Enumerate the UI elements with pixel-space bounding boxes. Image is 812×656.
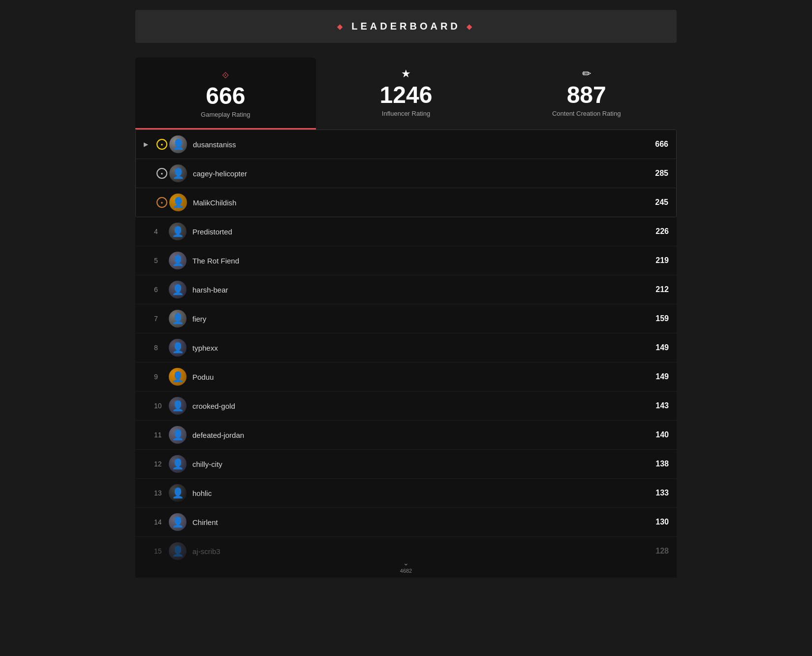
rank-number: 13 (154, 489, 169, 497)
avatar: 👤 (169, 223, 187, 240)
content-rating-card[interactable]: ✏ 887 Content Creation Rating (496, 58, 677, 130)
table-row[interactable]: 10 👤 crooked-gold 143 (135, 392, 677, 421)
content-rating-value: 887 (501, 83, 672, 107)
gameplay-rating-card[interactable]: ⟐ 666 Gameplay Rating (135, 58, 316, 130)
player-name: defeated-jordan (192, 431, 639, 439)
table-row[interactable]: 11 👤 defeated-jordan 140 (135, 421, 677, 450)
player-name: The Rot Fiend (192, 257, 639, 265)
avatar: 👤 (169, 397, 187, 415)
table-row[interactable]: 15 👤 aj-scrib3 128 ⌄ 4682 (135, 537, 677, 578)
avatar: 👤 (169, 455, 187, 473)
table-row[interactable]: 12 👤 chilly-city 138 (135, 450, 677, 479)
player-score: 149 (639, 372, 669, 381)
player-name: hohlic (192, 489, 639, 497)
regular-rows-section: 4 👤 Predistorted 226 5 👤 The Rot Fiend 2… (135, 217, 677, 578)
rank-number: 4 (154, 228, 169, 235)
table-row[interactable]: 8 👤 typhexx 149 (135, 333, 677, 362)
page-container: ◆ LEADERBOARD ◆ ⟐ 666 Gameplay Rating ★ … (135, 10, 677, 646)
diamond-right-icon: ◆ (467, 23, 475, 31)
player-name: aj-scrib3 (192, 547, 639, 556)
player-score: 133 (639, 489, 669, 497)
rank-number: 5 (154, 257, 169, 264)
table-row[interactable]: 4 👤 Predistorted 226 (135, 217, 677, 246)
rank-number: 8 (154, 344, 169, 352)
rank-badge-3: ● (155, 197, 169, 208)
player-name: MalikChildish (193, 198, 639, 207)
diamond-left-icon: ◆ (337, 23, 345, 31)
player-score: 143 (639, 401, 669, 410)
arrow-right-icon: ▶ (144, 141, 148, 148)
player-name: harsh-bear (192, 286, 639, 294)
chevron-down-icon: ⌄ (400, 559, 412, 567)
player-score: 285 (639, 169, 668, 178)
avatar: 👤 (169, 164, 187, 182)
table-row[interactable]: 6 👤 harsh-bear 212 (135, 275, 677, 304)
gameplay-rating-value: 666 (140, 84, 311, 108)
avatar: 👤 (169, 513, 187, 531)
avatar: 👤 (169, 484, 187, 502)
scroll-number: 4682 (400, 568, 412, 574)
player-score: 128 (639, 547, 669, 556)
rank-badge-2: ● (155, 168, 169, 179)
rank-number: 12 (154, 460, 169, 468)
player-name: Predistorted (192, 228, 639, 236)
player-name: Chirlent (192, 518, 639, 526)
table-row[interactable]: ● 👤 cagey-helicopter 285 (136, 159, 676, 188)
bronze-badge-icon: ● (156, 197, 167, 208)
player-name: cagey-helicopter (193, 169, 639, 178)
avatar: 👤 (169, 281, 187, 298)
avatar: 👤 (169, 542, 187, 560)
rank-number: 6 (154, 286, 169, 294)
top3-section: ▶ ● 👤 dusanstaniss 666 ● 👤 (135, 130, 677, 217)
content-rating-label: Content Creation Rating (501, 110, 672, 117)
rank-number: 11 (154, 431, 169, 439)
scroll-indicator: ⌄ 4682 (400, 559, 412, 574)
player-score: 666 (639, 140, 668, 149)
player-name: dusanstaniss (193, 140, 639, 149)
gameplay-icon: ⟐ (140, 67, 311, 81)
leaderboard-wrapper: ▶ ● 👤 dusanstaniss 666 ● 👤 (135, 130, 677, 578)
leaderboard-title: LEADERBOARD (351, 21, 461, 32)
player-name: fiery (192, 315, 639, 323)
rank-number: 15 (154, 547, 169, 555)
player-name: chilly-city (192, 460, 639, 468)
rank-number: 14 (154, 518, 169, 526)
rank-number: 7 (154, 315, 169, 323)
star-icon: ★ (321, 67, 492, 80)
header-banner: ◆ LEADERBOARD ◆ (135, 10, 677, 43)
table-row[interactable]: 5 👤 The Rot Fiend 219 (135, 246, 677, 275)
avatar: 👤 (169, 339, 187, 357)
player-name: typhexx (192, 344, 639, 352)
player-score: 219 (639, 256, 669, 265)
player-score: 149 (639, 343, 669, 352)
pencil-icon: ✏ (501, 67, 672, 80)
avatar: 👤 (169, 426, 187, 444)
player-score: 245 (639, 198, 668, 207)
avatar: 👤 (169, 252, 187, 269)
rank-number: 9 (154, 373, 169, 381)
table-row[interactable]: ▶ ● 👤 dusanstaniss 666 (136, 130, 676, 159)
player-score: 226 (639, 227, 669, 236)
table-row[interactable]: ● 👤 MalikChildish 245 (136, 188, 676, 217)
gold-badge-icon: ● (156, 139, 167, 150)
player-score: 130 (639, 518, 669, 526)
player-score: 138 (639, 459, 669, 468)
avatar: 👤 (169, 310, 187, 328)
player-score: 212 (639, 285, 669, 294)
influencer-rating-label: Influencer Rating (321, 110, 492, 117)
player-name: crooked-gold (192, 402, 639, 410)
player-score: 159 (639, 314, 669, 323)
influencer-rating-card[interactable]: ★ 1246 Influencer Rating (316, 58, 497, 130)
rank-number: 10 (154, 402, 169, 410)
influencer-rating-value: 1246 (321, 83, 492, 107)
current-user-indicator: ▶ (144, 141, 153, 148)
gameplay-rating-label: Gameplay Rating (140, 111, 311, 118)
table-row[interactable]: 13 👤 hohlic 133 (135, 479, 677, 508)
table-row[interactable]: 14 👤 Chirlent 130 (135, 508, 677, 537)
table-row[interactable]: 9 👤 Poduu 149 (135, 362, 677, 392)
player-name: Poduu (192, 373, 639, 381)
silver-badge-icon: ● (156, 168, 167, 179)
rank-badge-1: ● (155, 139, 169, 150)
table-row[interactable]: 7 👤 fiery 159 (135, 304, 677, 333)
header-title: ◆ LEADERBOARD ◆ (135, 21, 677, 32)
